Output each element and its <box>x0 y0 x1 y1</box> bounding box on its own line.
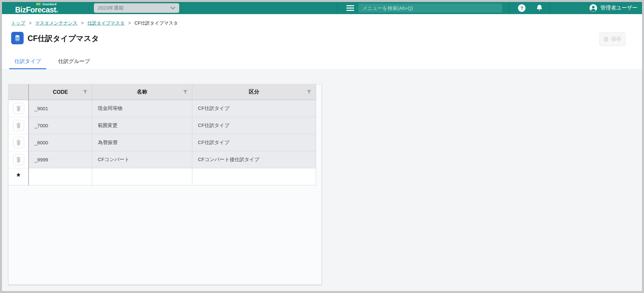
table-row: _9001 現金同等物 CF仕訳タイプ <box>9 100 316 117</box>
breadcrumb-link-top[interactable]: トップ <box>11 20 25 26</box>
registered-mark: ® <box>56 10 58 13</box>
trash-icon <box>16 139 21 146</box>
filter-icon[interactable] <box>83 90 87 94</box>
cell-code[interactable]: _9001 <box>29 100 92 117</box>
cell-category[interactable]: CF仕訳タイプ <box>192 100 316 117</box>
column-label: 区分 <box>249 89 259 95</box>
tab-bar: 仕訳タイプ 仕訳グループ <box>9 58 95 69</box>
cell-category[interactable]: CF仕訳タイプ <box>192 117 316 134</box>
user-menu[interactable]: 管理者ユーザー <box>589 2 637 14</box>
delete-row-button[interactable] <box>13 120 24 131</box>
topbar-divider <box>337 2 337 14</box>
page-header-section: トップ > マスタメンテナンス > 仕訳タイプマスタ > CF仕訳タイプマスタ … <box>2 14 642 70</box>
menu-search <box>358 4 502 12</box>
fc-badge: FC <box>36 3 41 6</box>
trash-icon <box>16 157 21 163</box>
table-row: _8000 為替振替 CF仕訳タイプ <box>9 134 316 151</box>
grid-header-code[interactable]: CODE <box>29 84 92 100</box>
help-icon[interactable]: ? <box>518 4 526 12</box>
trash-icon <box>16 105 21 112</box>
breadcrumb-link-master-maintenance[interactable]: マスタメンテナンス <box>35 20 77 26</box>
delete-cell <box>9 100 29 117</box>
user-name: 管理者ユーザー <box>600 5 637 11</box>
breadcrumb-separator: > <box>128 20 131 26</box>
filter-icon[interactable] <box>307 90 311 94</box>
trash-icon <box>16 122 21 129</box>
save-button-label: 保存 <box>611 36 621 43</box>
new-row-marker: * <box>9 168 29 185</box>
content-area: CODE 名称 区分 <box>2 70 642 291</box>
cell-code[interactable]: _8000 <box>29 134 92 151</box>
master-grid-panel: CODE 名称 区分 <box>8 84 322 285</box>
grid-header-name[interactable]: 名称 <box>92 84 192 100</box>
brand-logo[interactable]: FC Standard BizForecast® <box>15 2 58 16</box>
save-button[interactable]: 保存 <box>599 32 625 46</box>
cell-name[interactable]: 為替振替 <box>92 134 192 151</box>
tab-journal-type[interactable]: 仕訳タイプ <box>9 58 46 69</box>
menu-icon[interactable] <box>346 5 354 11</box>
notifications-button[interactable] <box>536 4 543 13</box>
cell-code[interactable]: _9999 <box>29 151 92 168</box>
delete-row-button[interactable] <box>13 154 24 165</box>
period-select[interactable]: 2023年通期 <box>94 3 179 13</box>
save-floppy-icon <box>603 36 609 42</box>
database-cylinder-icon <box>14 34 21 42</box>
table-row: _7000 範囲変更 CF仕訳タイプ <box>9 117 316 134</box>
cell-category[interactable]: CF仕訳タイプ <box>192 134 316 151</box>
database-icon <box>11 32 24 44</box>
breadcrumb-link-journal-type-master[interactable]: 仕訳タイプマスタ <box>87 20 125 26</box>
breadcrumb-separator: > <box>29 20 32 26</box>
grid-header-category[interactable]: 区分 <box>192 84 316 100</box>
new-cell-name[interactable] <box>92 168 192 185</box>
delete-cell <box>9 134 29 151</box>
breadcrumb-separator: > <box>81 20 84 26</box>
master-grid: CODE 名称 区分 <box>9 84 316 185</box>
delete-row-button[interactable] <box>13 103 24 114</box>
standard-label: Standard <box>42 3 56 6</box>
new-row: * <box>9 168 316 185</box>
topbar-divider <box>509 2 509 14</box>
breadcrumb: トップ > マスタメンテナンス > 仕訳タイプマスタ > CF仕訳タイプマスタ <box>11 20 178 26</box>
filter-icon[interactable] <box>183 90 187 94</box>
grid-header-row: CODE 名称 区分 <box>9 84 316 100</box>
delete-row-button[interactable] <box>13 137 24 148</box>
top-bar: FC Standard BizForecast® 2023年通期 ? <box>2 2 642 14</box>
user-avatar-icon <box>589 4 597 12</box>
cell-name[interactable]: CFコンバート <box>92 151 192 168</box>
column-label: CODE <box>53 89 68 95</box>
bell-icon <box>536 4 543 12</box>
page-title: CF仕訳タイプマスタ <box>28 33 99 44</box>
delete-cell <box>9 151 29 168</box>
period-select-value: 2023年通期 <box>98 5 170 11</box>
new-cell-code[interactable] <box>29 168 92 185</box>
tab-journal-group[interactable]: 仕訳グループ <box>53 58 95 69</box>
cell-category[interactable]: CFコンバート後仕訳タイプ <box>192 151 316 168</box>
brand-name: BizForecast <box>15 6 56 14</box>
column-label: 名称 <box>137 89 147 95</box>
app-window: FC Standard BizForecast® 2023年通期 ? <box>0 0 644 293</box>
delete-cell <box>9 117 29 134</box>
cell-code[interactable]: _7000 <box>29 117 92 134</box>
grid-header-delete-column <box>9 84 29 100</box>
table-row: _9999 CFコンバート CFコンバート後仕訳タイプ <box>9 151 316 168</box>
new-cell-category[interactable] <box>192 168 316 185</box>
breadcrumb-current: CF仕訳タイプマスタ <box>135 20 178 26</box>
cell-name[interactable]: 範囲変更 <box>92 117 192 134</box>
chevron-down-icon <box>170 7 175 10</box>
topbar-divider <box>549 2 550 14</box>
search-input[interactable] <box>362 5 498 11</box>
cell-name[interactable]: 現金同等物 <box>92 100 192 117</box>
